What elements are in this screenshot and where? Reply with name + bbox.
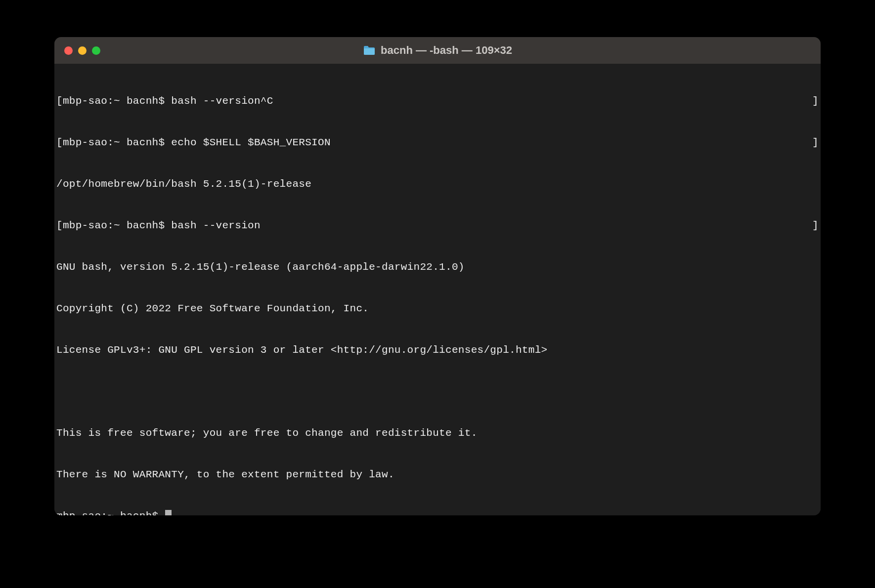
terminal-text: There is NO WARRANTY, to the extent perm… [56,469,394,480]
terminal-prompt-line: mbp-sao:~ bacnh$ [56,509,819,515]
terminal-text [56,386,63,397]
minimize-button[interactable] [78,46,87,55]
terminal-line: [mbp-sao:~ bacnh$ bash --version ] [56,219,819,233]
terminal-line: There is NO WARRANTY, to the extent perm… [56,468,819,482]
terminal-line: /opt/homebrew/bin/bash 5.2.15(1)-release [56,177,819,191]
terminal-line [56,385,819,399]
terminal-text: This is free software; you are free to c… [56,427,478,439]
folder-icon [363,45,376,56]
traffic-lights [64,46,100,55]
terminal-text: [mbp-sao:~ bacnh$ echo $SHELL $BASH_VERS… [56,136,331,150]
terminal-text: License GPLv3+: GNU GPL version 3 or lat… [56,344,547,356]
terminal-prompt: mbp-sao:~ bacnh$ [56,510,165,515]
terminal-line: Copyright (C) 2022 Free Software Foundat… [56,302,819,316]
maximize-button[interactable] [92,46,100,55]
terminal-right-bracket: ] [812,136,819,150]
close-button[interactable] [64,46,73,55]
terminal-text: GNU bash, version 5.2.15(1)-release (aar… [56,261,465,273]
terminal-right-bracket: ] [812,219,819,233]
cursor [165,510,172,515]
terminal-window: bacnh — -bash — 109×32 [mbp-sao:~ bacnh$… [54,37,821,515]
window-title: bacnh — -bash — 109×32 [381,44,512,57]
terminal-text: Copyright (C) 2022 Free Software Foundat… [56,303,369,314]
window-title-group: bacnh — -bash — 109×32 [363,44,512,57]
terminal-right-bracket: ] [812,94,819,108]
terminal-line: [mbp-sao:~ bacnh$ bash --version^C ] [56,94,819,108]
terminal-line: [mbp-sao:~ bacnh$ echo $SHELL $BASH_VERS… [56,136,819,150]
terminal-body[interactable]: [mbp-sao:~ bacnh$ bash --version^C ] [mb… [54,64,821,515]
terminal-line: License GPLv3+: GNU GPL version 3 or lat… [56,343,819,357]
terminal-line: This is free software; you are free to c… [56,426,819,440]
title-bar[interactable]: bacnh — -bash — 109×32 [54,37,821,64]
terminal-text: [mbp-sao:~ bacnh$ bash --version [56,219,261,233]
terminal-text: [mbp-sao:~ bacnh$ bash --version^C [56,94,273,108]
terminal-line: GNU bash, version 5.2.15(1)-release (aar… [56,260,819,274]
terminal-text: /opt/homebrew/bin/bash 5.2.15(1)-release [56,178,311,190]
